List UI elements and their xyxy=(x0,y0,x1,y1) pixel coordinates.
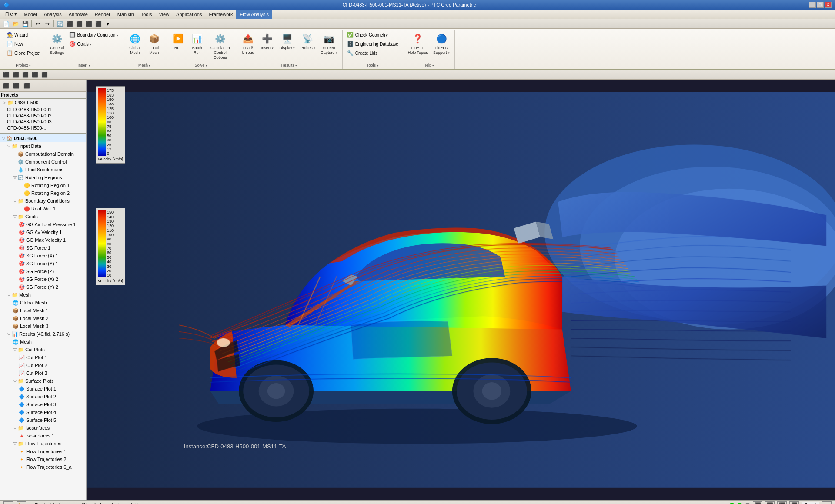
tree-node-sg-f1[interactable]: 🎯 SG Force 1 xyxy=(0,244,86,252)
qa-btn3[interactable]: ⬛ xyxy=(84,20,93,28)
qa-undo[interactable]: ↩ xyxy=(33,20,42,28)
status-icon-btn3[interactable]: ⬛ xyxy=(753,501,762,504)
tree-node-inputdata[interactable]: ▽ 📁 Input Data xyxy=(0,142,86,150)
tree-node-surfplots[interactable]: ▽ 📁 Surface Plots xyxy=(0,377,86,385)
tree-node-realwall[interactable]: 🔴 Real Wall 1 xyxy=(0,205,86,213)
tree-node-surf2[interactable]: 🔷 Surface Plot 2 xyxy=(0,393,86,401)
menu-model[interactable]: Model xyxy=(20,10,40,19)
tree-node-flowtrj[interactable]: ▽ 📁 Flow Trajectories xyxy=(0,440,86,447)
help-topics-button[interactable]: ❓ FloEFDHelp Topics xyxy=(406,30,430,57)
sec-btn-5[interactable]: ⬛ xyxy=(40,71,49,79)
tree-node-sg-fz1[interactable]: 🎯 SG Force (Z) 1 xyxy=(0,267,86,275)
local-mesh-button[interactable]: 📦 LocalMesh xyxy=(145,30,163,57)
tree-node-mesh[interactable]: ▽ 📁 Mesh xyxy=(0,291,86,299)
wizard-button[interactable]: 🧙 Wizard xyxy=(4,30,42,39)
display-button[interactable]: 🖥️ Display ▾ xyxy=(277,30,297,52)
tree-node-trj2[interactable]: 🔸 Flow Trajectories 2 xyxy=(0,455,86,463)
tree-node-gg-tp[interactable]: 🎯 GG Av Total Pressure 1 xyxy=(0,220,86,228)
tree-node-rotating[interactable]: ▽ 🔄 Rotating Regions xyxy=(0,174,86,181)
tree-node-iso[interactable]: ▽ 📁 Isosurfaces xyxy=(0,424,86,432)
qa-redo[interactable]: ↪ xyxy=(43,20,52,28)
menu-framework[interactable]: Framework xyxy=(205,10,236,19)
tree-node-rot1[interactable]: 🟡 Rotating Region 1 xyxy=(0,181,86,189)
tree-node-comp-control[interactable]: ⚙️ Component Control xyxy=(0,158,86,166)
tree-node-cut3[interactable]: 📈 Cut Plot 3 xyxy=(0,369,86,377)
tree-tb-btn2[interactable]: ⬛ xyxy=(11,81,21,90)
tree-node-results-mesh[interactable]: 🌐 Mesh xyxy=(0,338,86,346)
project-item-002[interactable]: CFD-0483-H500-002 xyxy=(0,113,86,119)
qa-btn1[interactable]: ⬛ xyxy=(65,20,74,28)
global-mesh-button[interactable]: 🌐 GlobalMesh xyxy=(126,30,144,57)
status-icon-btn2[interactable]: 📐 xyxy=(17,501,26,504)
sec-btn-4[interactable]: ⬛ xyxy=(30,71,39,79)
tree-node-goals[interactable]: ▽ 📁 Goals xyxy=(0,213,86,220)
tree-node-iso1[interactable]: 🔺 Isosurfaces 1 xyxy=(0,432,86,440)
tree-node-trj1[interactable]: 🔸 Flow Trajectories 1 xyxy=(0,447,86,455)
run-button[interactable]: ▶️ Run xyxy=(169,30,187,52)
tree-node-root[interactable]: ▽ 🏠 0483-H500 xyxy=(0,134,86,142)
tree-tb-btn3[interactable]: ⬛ xyxy=(22,81,31,90)
smart-select[interactable]: Smart xyxy=(802,502,819,504)
tree-node-trj6a[interactable]: 🔸 Flow Trajectories 6_a xyxy=(0,463,86,471)
menu-view[interactable]: View xyxy=(155,10,173,19)
tree-node-surf5[interactable]: 🔷 Surface Plot 5 xyxy=(0,416,86,424)
tree-node-local-mesh3[interactable]: 📦 Local Mesh 3 xyxy=(0,322,86,330)
check-geometry-button[interactable]: ✅ Check Geometry xyxy=(345,30,400,39)
tree-node-results[interactable]: ▽ 📊 Results (46.fld, 2.716 s) xyxy=(0,330,86,338)
calc-control-button[interactable]: ⚙️ CalculationControl Options xyxy=(207,30,233,61)
maximize-button[interactable]: □ xyxy=(817,2,824,8)
menu-render[interactable]: Render xyxy=(91,10,114,19)
load-unload-button[interactable]: 📤 Load/Unload xyxy=(239,30,257,57)
tree-node-sg-fy1[interactable]: 🎯 SG Force (Y) 1 xyxy=(0,260,86,267)
qa-customize[interactable]: ▾ xyxy=(104,20,112,28)
sec-btn-1[interactable]: ⬛ xyxy=(2,71,10,79)
new-button[interactable]: 📄 New xyxy=(4,40,42,48)
insert-results-button[interactable]: ➕ Insert ▾ xyxy=(258,30,276,52)
tree-tb-btn1[interactable]: ⬛ xyxy=(1,81,10,90)
qa-save[interactable]: 💾 xyxy=(21,20,30,28)
qa-regenerate[interactable]: 🔄 xyxy=(56,20,64,28)
status-icon-btn5[interactable]: ⬛ xyxy=(777,501,787,504)
floefd-support-button[interactable]: 🔵 FloEFDSupport ▾ xyxy=(431,30,452,57)
goals-button[interactable]: 🎯 Goals ▾ xyxy=(67,40,120,48)
viewport[interactable]: Instance:CFD-0483-H500-001-MS11-TA 175 1… xyxy=(87,80,835,500)
batch-run-button[interactable]: 📊 BatchRun xyxy=(188,30,206,57)
tree-node-rot2[interactable]: 🟡 Rotating Region 2 xyxy=(0,189,86,197)
menu-analysis[interactable]: Analysis xyxy=(40,10,65,19)
status-icon-btn4[interactable]: ⬛ xyxy=(765,501,775,504)
status-icon-btn6[interactable]: ⬛ xyxy=(789,501,799,504)
menu-flowanalysis[interactable]: Flow Analysis xyxy=(236,10,272,19)
tree-node-surf3[interactable]: 🔷 Surface Plot 3 xyxy=(0,401,86,408)
tree-node-cut1[interactable]: 📈 Cut Plot 1 xyxy=(0,354,86,361)
boundary-condition-button[interactable]: 🔲 Boundary Condition ▾ xyxy=(67,30,120,39)
project-item-h500[interactable]: ▷ 📁 0483-H500 xyxy=(0,99,86,107)
tree-node-gg-maxvel[interactable]: 🎯 GG Max Velocity 1 xyxy=(0,236,86,244)
menu-tools[interactable]: Tools xyxy=(137,10,156,19)
tree-node-comp-domain[interactable]: 📦 Computational Domain xyxy=(0,150,86,158)
tree-node-gg-vel[interactable]: 🎯 GG Av Velocity 1 xyxy=(0,228,86,236)
tree-node-surf4[interactable]: 🔷 Surface Plot 4 xyxy=(0,408,86,416)
qa-btn2[interactable]: ⬛ xyxy=(75,20,84,28)
sec-btn-3[interactable]: ⬛ xyxy=(21,71,30,79)
tree-node-fluid-sub[interactable]: 💧 Fluid Subdomains xyxy=(0,166,86,174)
project-item-003[interactable]: CFD-0483-H500-003 xyxy=(0,119,86,125)
tree-node-bc[interactable]: ▽ 📁 Boundary Conditions xyxy=(0,197,86,205)
tree-node-global-mesh[interactable]: 🌐 Global Mesh xyxy=(0,299,86,307)
project-item-more[interactable]: CFD-0483-H500-... xyxy=(0,125,86,131)
qa-new[interactable]: 📄 xyxy=(2,20,10,28)
menu-annotate[interactable]: Annotate xyxy=(65,10,91,19)
close-button[interactable]: ✕ xyxy=(825,2,832,8)
minimize-button[interactable]: — xyxy=(809,2,816,8)
sec-btn-2[interactable]: ⬛ xyxy=(11,71,20,79)
tree-node-local-mesh2[interactable]: 📦 Local Mesh 2 xyxy=(0,314,86,322)
menu-manikin[interactable]: Manikin xyxy=(114,10,137,19)
probes-button[interactable]: 📡 Probes ▾ xyxy=(298,30,317,52)
status-dropdown-btn[interactable]: ▾ xyxy=(822,501,832,504)
qa-btn4[interactable]: ⬛ xyxy=(94,20,103,28)
tree-node-cut2[interactable]: 📈 Cut Plot 2 xyxy=(0,361,86,369)
tree-node-cutplots[interactable]: ▽ 📁 Cut Plots xyxy=(0,346,86,354)
status-icon-btn1[interactable]: ⊞ xyxy=(3,501,13,504)
menu-applications[interactable]: Applications xyxy=(173,10,205,19)
engineering-database-button[interactable]: 🗄️ Engineering Database xyxy=(345,40,400,48)
project-item-001[interactable]: CFD-0483-H500-001 xyxy=(0,107,86,113)
